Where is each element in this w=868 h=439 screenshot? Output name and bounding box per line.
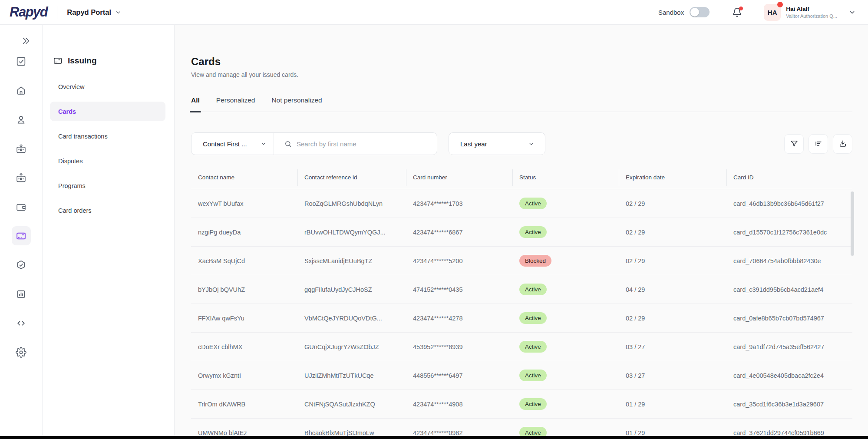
tab-not-personalized[interactable]: Not personalized	[271, 96, 322, 112]
sidebar-item-disputes[interactable]: Disputes	[50, 151, 165, 171]
tasks-checkbox-icon	[16, 56, 26, 67]
user-menu-chevron-down-icon[interactable]	[848, 9, 856, 16]
cell-card-number: 423474******5200	[406, 257, 512, 264]
column-header-expiration-date[interactable]: Expiration date	[619, 174, 726, 181]
date-range-selector[interactable]: Last year	[449, 132, 545, 155]
column-header-card-number[interactable]: Card number	[406, 174, 512, 181]
search-field-selector[interactable]: Contact First ...	[191, 133, 274, 155]
cell-contact-reference-id: RooZqGLMRGshUbdqNLyn	[297, 200, 406, 207]
table-row[interactable]: FFXIAw qwFsYu VbMCtQeJYRDUQoVDtG... 4234…	[191, 304, 852, 333]
table-row[interactable]: TrlrOm dKAWRB CNtFNjSQASutJlzxhKZQ 42347…	[191, 390, 852, 419]
cell-status: Blocked	[512, 255, 619, 267]
card-payout-icon	[16, 172, 26, 183]
cell-contact-reference-id: VbMCtQeJYRDUQoVDtG...	[297, 315, 406, 322]
avatar[interactable]: HA	[764, 4, 781, 21]
cell-card-number: 423474******1703	[406, 200, 512, 207]
user-meta: Hai Alalf Valitor Authorization Q...	[786, 5, 837, 19]
sidebar-item-cards[interactable]: Cards	[50, 102, 165, 121]
search-field-value: Contact First ...	[203, 140, 247, 148]
verify-shield-icon	[16, 260, 26, 271]
table-row[interactable]: bYJbOj bQVUhZ gqgFIlufaUydJyCJHoSZ 47415…	[191, 275, 852, 304]
cell-card-number: 423474******4908	[406, 401, 512, 408]
cell-expiration-date: 02 / 29	[619, 257, 726, 264]
reports-chart-icon	[16, 289, 26, 300]
rail-item-wallet[interactable]	[12, 197, 31, 216]
rail-item-reports[interactable]	[12, 284, 31, 304]
cell-card-id: card_c391dd95b6cb4acd21aef4	[726, 286, 852, 293]
notifications-button[interactable]	[732, 7, 742, 17]
sidebar-title-label: Issuing	[68, 56, 97, 66]
cell-contact-name: UMWNMo blAtEz	[191, 429, 297, 436]
rail-item-contacts[interactable]	[12, 110, 31, 129]
cell-expiration-date: 01 / 29	[619, 429, 726, 436]
chevron-down-icon	[115, 9, 122, 16]
cell-contact-reference-id: UJziiZMhMtiTzUTkUCqe	[297, 372, 406, 379]
top-header: Rapyd Rapyd Portal Sandbox HA Hai Alalf …	[0, 0, 868, 25]
table-row[interactable]: wexYwT bUufax RooZqGLMRGshUbdqNLyn 42347…	[191, 189, 852, 218]
portal-selector[interactable]: Rapyd Portal	[67, 8, 122, 17]
user-org: Valitor Authorization Q...	[786, 13, 837, 19]
issuing-card-icon	[53, 56, 63, 66]
cell-contact-name: XacBsM SqUjCd	[191, 257, 297, 264]
page-title: Cards	[191, 55, 852, 68]
column-header-contact-reference-id[interactable]: Contact reference id	[297, 174, 406, 181]
wallet-icon	[16, 201, 26, 212]
rail-item-tasks[interactable]	[12, 52, 31, 71]
cell-card-id: card_0afe8b65b7cb07bd574967	[726, 315, 852, 322]
filter-button[interactable]	[784, 134, 804, 154]
table-scrollbar[interactable]	[851, 191, 854, 256]
page-subtitle: View and manage all your issued cards.	[191, 71, 852, 78]
cell-contact-reference-id: BhcaokBlxMuTjStJmoLw	[297, 429, 406, 436]
column-header-card-id[interactable]: Card ID	[726, 174, 852, 181]
cell-contact-name: FFXIAw qwFsYu	[191, 315, 297, 322]
cell-expiration-date: 02 / 29	[619, 229, 726, 236]
cell-contact-name: TrlrOm dKAWRB	[191, 401, 297, 408]
cell-contact-reference-id: gqgFIlufaUydJyCJHoSZ	[297, 286, 406, 293]
column-header-contact-name[interactable]: Contact name	[191, 174, 297, 181]
cell-contact-reference-id: CNtFNjSQASutJlzxhKZQ	[297, 401, 406, 408]
cell-card-id: card_46db13b9bc36b645d61f27	[726, 200, 852, 207]
table-row[interactable]: Orwymx kGzntI UJziiZMhMtiTzUTkUCqe 44855…	[191, 361, 852, 390]
cell-contact-name: Orwymx kGzntI	[191, 372, 297, 379]
sidebar-item-card-transactions[interactable]: Card transactions	[50, 126, 165, 146]
cell-card-number: 474152******0435	[406, 286, 512, 293]
sidebar-item-overview[interactable]: Overview	[50, 77, 165, 96]
sort-button[interactable]	[809, 134, 828, 154]
status-badge: Active	[519, 226, 547, 238]
cards-table: Contact name Contact reference id Card n…	[191, 166, 852, 439]
rail-item-disburse[interactable]	[12, 168, 31, 187]
search-box	[274, 133, 437, 155]
portal-selector-label: Rapyd Portal	[67, 8, 111, 17]
table-row[interactable]: XacBsM SqUjCd SxjsscMLanidjEUuBgTZ 42347…	[191, 247, 852, 275]
rail-item-collect[interactable]	[12, 139, 31, 158]
sidebar-item-card-orders[interactable]: Card orders	[50, 201, 165, 220]
cell-card-number: 423474******6867	[406, 229, 512, 236]
status-badge: Active	[519, 198, 547, 209]
cell-card-id: card_70664754ab0fbbb82430e	[726, 257, 852, 264]
avatar-notification-dot	[777, 2, 783, 7]
table-row[interactable]: nzgiPg dueyDa rBUvwOHLTDWQymYQGJ... 4234…	[191, 218, 852, 247]
sandbox-toggle[interactable]	[690, 7, 710, 17]
funnel-icon	[790, 139, 799, 148]
column-header-status[interactable]: Status	[512, 174, 619, 181]
sandbox-label: Sandbox	[658, 9, 684, 16]
table-header: Contact name Contact reference id Card n…	[191, 166, 852, 189]
search-group: Contact First ...	[191, 132, 437, 155]
chevron-down-icon	[261, 141, 267, 147]
collapse-sidebar-icon[interactable]	[21, 36, 31, 47]
rail-item-verify[interactable]	[12, 255, 31, 274]
rail-item-developers[interactable]	[12, 314, 31, 333]
rail-item-home[interactable]	[12, 81, 31, 100]
download-button[interactable]	[833, 134, 852, 154]
home-icon	[16, 85, 26, 96]
sidebar-item-programs[interactable]: Programs	[50, 176, 165, 195]
tab-personalized[interactable]: Personalized	[216, 96, 255, 112]
cell-contact-reference-id: SxjsscMLanidjEUuBgTZ	[297, 257, 406, 264]
tab-all[interactable]: All	[191, 96, 200, 112]
rail-item-issuing[interactable]	[12, 226, 31, 245]
rail-item-settings[interactable]	[12, 343, 31, 362]
search-input[interactable]	[297, 140, 437, 148]
cell-status: Active	[512, 312, 619, 324]
table-row[interactable]: cDoEXr cblhMX GUnCqjXJugrYzWsZObJZ 45395…	[191, 333, 852, 361]
status-badge: Active	[519, 312, 547, 324]
